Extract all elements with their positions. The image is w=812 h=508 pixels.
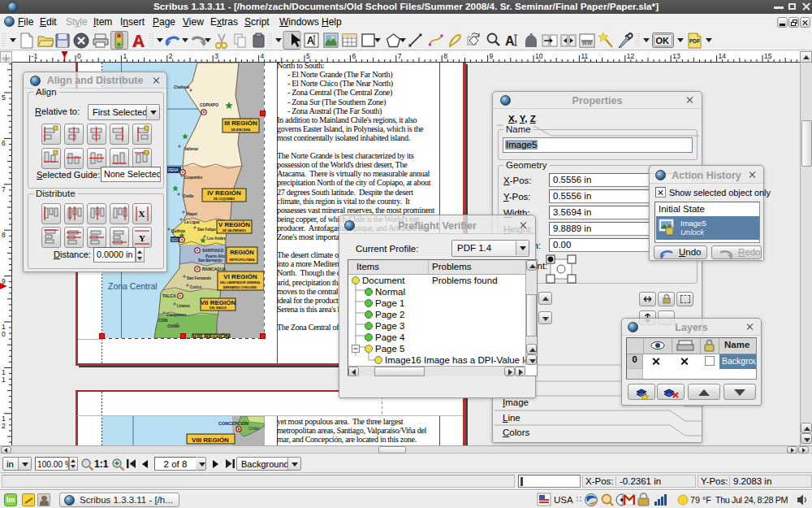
svg-text:Chañaral: Chañaral [174,85,189,89]
svg-text:OK: OK [656,36,670,46]
svg-text:COPIAPO: COPIAPO [200,102,218,107]
svg-text:1: 1 [2,376,6,384]
svg-text:2: 2 [2,422,6,430]
svg-text:IV REGIÓN: IV REGIÓN [207,189,241,197]
svg-text:Thu Jul 24, 8:28 PM: Thu Jul 24, 8:28 PM [715,495,788,505]
svg-text:Ovalle: Ovalle [183,194,194,198]
svg-text:9: 9 [2,277,6,285]
svg-text:San Felipe: San Felipe [197,228,216,232]
svg-text:Curicó: Curicó [190,285,202,289]
svg-text:USA: USA [554,495,573,505]
svg-text:8: 8 [2,231,6,239]
svg-text:La Ligua: La Ligua [184,220,200,224]
svg-text:San Bernardo: San Bernardo [198,258,222,263]
svg-text:8: 8 [443,52,447,60]
svg-text:Illapel: Illapel [187,212,197,216]
svg-text:0: 0 [2,330,6,338]
svg-text:Vallenar: Vallenar [184,147,199,151]
svg-text:CIÓN: CIÓN [158,317,167,323]
svg-text:7: 7 [398,52,402,60]
svg-text:PDF: PDF [689,38,700,44]
svg-text:9: 9 [490,52,494,60]
svg-text:X: X [139,209,145,219]
svg-text:DE ATACAMA: DE ATACAMA [231,128,251,132]
svg-text:0: 0 [77,52,81,60]
svg-text:14: 14 [719,52,727,60]
svg-text:V REGIÓN: V REGIÓN [218,221,250,228]
svg-text:6: 6 [352,52,356,60]
svg-text:79 °F: 79 °F [690,495,711,505]
svg-text:15: 15 [764,52,772,60]
svg-text:Cauquenes: Cauquenes [166,313,187,317]
svg-text:2: 2 [169,52,173,60]
svg-text:RENA: RENA [168,168,179,172]
svg-text:CONCEPCIÓN: CONCEPCIÓN [218,420,248,426]
svg-text:SO): SO) [171,238,179,242]
svg-text:Coquimbo: Coquimbo [184,176,202,180]
svg-text:RANCAGUA: RANCAGUA [202,267,227,271]
svg-text:6: 6 [2,139,6,147]
svg-text:METROPOLITANA: METROPOLITANA [229,258,254,262]
svg-text:12: 12 [627,52,635,60]
svg-text:Problems found: Problems found [432,276,498,285]
svg-text:Normal: Normal [375,287,405,297]
svg-text:DE COQUIMBO: DE COQUIMBO [214,198,235,201]
svg-text:Quillota: Quillota [171,229,185,233]
svg-text:San Fernando: San Fernando [187,276,211,280]
svg-text:A: A [505,34,515,48]
svg-text:III REGIÓN: III REGIÓN [224,119,257,127]
svg-text:DEL LIBERTADOR GENERAL: DEL LIBERTADOR GENERAL [220,281,261,284]
svg-text:VIII REGIÓN: VIII REGIÓN [192,436,229,444]
svg-text:1: 1 [123,52,127,60]
svg-text:-1: -1 [32,52,38,60]
svg-text:Y: Y [139,233,145,243]
svg-text:4: 4 [261,52,265,60]
svg-text:VII REGIÓN: VII REGIÓN [201,299,236,306]
svg-text:DE VALPARAISO: DE VALPARAISO [222,229,246,232]
svg-text:5: 5 [306,52,310,60]
svg-text:VI REGIÓN: VI REGIÓN [223,273,257,280]
svg-text:Page 3: Page 3 [375,321,404,331]
svg-text:10: 10 [535,52,543,60]
svg-text:Page 5: Page 5 [375,344,404,354]
svg-text:5: 5 [2,93,6,102]
svg-text:Zona Central: Zona Central [108,281,158,291]
svg-text:Page 1: Page 1 [375,298,404,308]
svg-text:REGIÓN: REGIÓN [230,249,254,256]
svg-text:Page 2: Page 2 [375,310,404,319]
svg-text:7: 7 [2,185,6,193]
svg-text:TALCA: TALCA [162,293,176,298]
svg-text:SANTIAGO: SANTIAGO [202,248,224,253]
svg-text:BERNARDO O'HIGGINS:: BERNARDO O'HIGGINS: [223,286,257,289]
svg-text:DEL MAULE: DEL MAULE [209,306,227,310]
svg-text:13: 13 [672,52,680,60]
svg-text:Page 4: Page 4 [375,332,405,342]
svg-text:Los Andes: Los Andes [207,237,226,241]
svg-text:Chillán: Chillán [248,427,260,431]
svg-text:11: 11 [581,52,588,60]
svg-text:Linares: Linares [177,304,191,308]
svg-text:Image16 Image has a DPI-Value: Image16 Image has a DPI-Value les [385,355,525,365]
svg-text:Document: Document [362,276,405,285]
svg-text:3: 3 [214,52,218,60]
